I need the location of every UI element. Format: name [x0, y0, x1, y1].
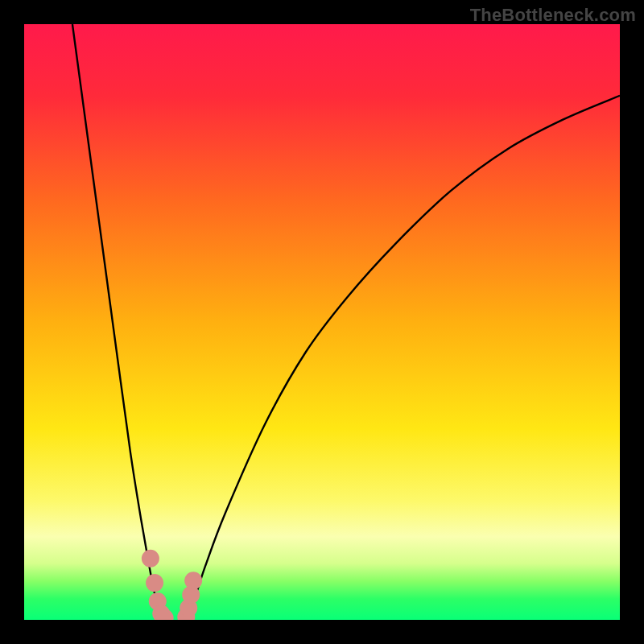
marker-dot: [184, 572, 202, 589]
outer-frame: TheBottleneck.com: [0, 0, 644, 644]
attribution-text: TheBottleneck.com: [470, 5, 636, 26]
marker-dot: [146, 574, 163, 592]
plot-area: [24, 24, 620, 620]
marker-dot: [142, 550, 159, 568]
chart-svg: [24, 24, 620, 620]
